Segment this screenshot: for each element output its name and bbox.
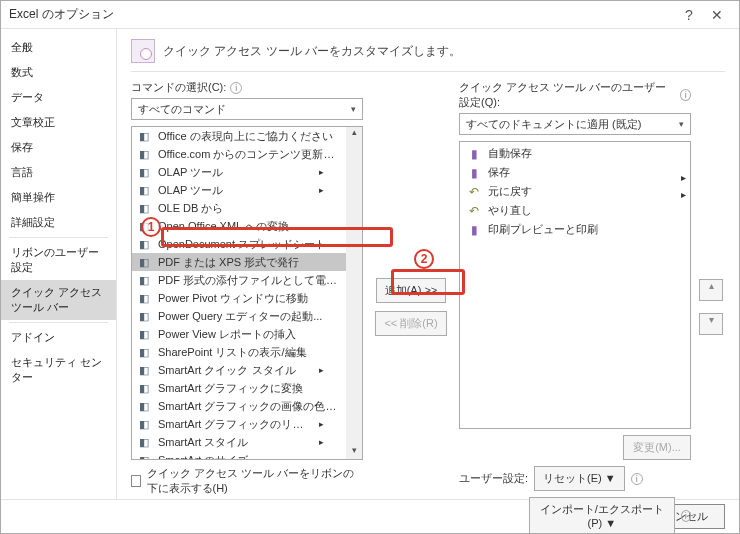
nav-item[interactable]: 詳細設定 (1, 210, 116, 235)
help-button[interactable]: ? (675, 7, 703, 23)
qat-icon (131, 39, 155, 63)
qat-item-label: 保存 (488, 165, 510, 180)
dialog-title: Excel のオプション (9, 6, 675, 23)
qat-item-icon: ↶ (466, 185, 482, 199)
command-item[interactable]: ◧SmartArt グラフィックの画像の色を変更 (132, 397, 346, 415)
command-item[interactable]: ◧PDF または XPS 形式で発行 (132, 253, 346, 271)
command-label: OLAP ツール (158, 165, 313, 180)
qat-item[interactable]: ↶元に戻す (460, 182, 690, 201)
command-label: OLE DB から (158, 201, 342, 216)
submenu-arrow-icon: ▸ (319, 167, 342, 177)
command-label: PDF または XPS 形式で発行 (158, 255, 342, 270)
command-icon: ◧ (136, 255, 152, 269)
command-item[interactable]: ◧OLAP ツール▸ (132, 181, 346, 199)
command-icon: ◧ (136, 327, 152, 341)
info-icon[interactable]: i (681, 510, 691, 522)
qat-list[interactable]: ▮自動保存▮保存↶元に戻す↶やり直し▮印刷プレビューと印刷 ▸ ▸ (459, 141, 691, 429)
info-icon[interactable]: i (680, 89, 691, 101)
command-label: SharePoint リストの表示/編集 (158, 345, 342, 360)
command-item[interactable]: ◧SmartArt グラフィックのリセット▸ (132, 415, 346, 433)
command-icon: ◧ (136, 237, 152, 251)
qat-item-icon: ▮ (466, 223, 482, 237)
submenu-arrow-icon: ▸ (319, 419, 342, 429)
command-item[interactable]: ◧OLE DB から (132, 199, 346, 217)
command-label: Power Pivot ウィンドウに移動 (158, 291, 342, 306)
user-settings-label: ユーザー設定: (459, 471, 528, 486)
command-label: SmartArt グラフィックに変換 (158, 381, 342, 396)
nav-item[interactable]: 文章校正 (1, 110, 116, 135)
info-icon[interactable]: i (631, 473, 643, 485)
command-label: SmartArt グラフィックの画像の色を変更 (158, 399, 342, 414)
command-item[interactable]: ◧Power Pivot ウィンドウに移動 (132, 289, 346, 307)
submenu-arrow-icon: ▸ (319, 437, 342, 447)
command-item[interactable]: ◧SmartArt グラフィックに変換 (132, 379, 346, 397)
commands-list[interactable]: ◧Office の表現向上にご協力ください◧Office.com からのコンテン… (131, 126, 363, 460)
move-down-button[interactable]: ▾ (699, 313, 723, 335)
command-label: SmartArt グラフィックのリセット (158, 417, 313, 432)
show-below-ribbon-label: クイック アクセス ツール バーをリボンの下に表示する(H) (147, 466, 364, 496)
nav-item[interactable]: 数式 (1, 60, 116, 85)
command-item[interactable]: ◧Open Office XML への変換 (132, 217, 346, 235)
command-item[interactable]: ◧Office の表現向上にご協力ください (132, 127, 346, 145)
show-below-ribbon-checkbox[interactable] (131, 475, 141, 487)
command-item[interactable]: ◧PDF 形式の添付ファイルとして電子メールで... (132, 271, 346, 289)
command-label: OpenDocument スプレッドシート (158, 237, 342, 252)
nav-item[interactable]: 全般 (1, 35, 116, 60)
qat-item-label: 印刷プレビューと印刷 (488, 222, 598, 237)
command-item[interactable]: ◧SmartArt のサイズ (132, 451, 346, 460)
command-item[interactable]: ◧OLAP ツール▸ (132, 163, 346, 181)
qat-item-icon: ▮ (466, 166, 482, 180)
move-up-button[interactable]: ▴ (699, 279, 723, 301)
qat-item-label: 元に戻す (488, 184, 532, 199)
command-icon: ◧ (136, 129, 152, 143)
qat-scope-dropdown[interactable]: すべてのドキュメントに適用 (既定)▾ (459, 113, 691, 135)
page-heading: クイック アクセス ツール バーをカスタマイズします。 (163, 43, 461, 60)
qat-user-label: クイック アクセス ツール バーのユーザー設定(Q):i (459, 80, 691, 110)
nav-item[interactable]: クイック アクセス ツール バー (1, 280, 116, 320)
command-item[interactable]: ◧OpenDocument スプレッドシート (132, 235, 346, 253)
command-icon: ◧ (136, 165, 152, 179)
qat-item[interactable]: ▮自動保存 (460, 144, 690, 163)
options-nav: 全般数式データ文章校正保存言語簡単操作詳細設定 リボンのユーザー設定クイック ア… (1, 29, 117, 499)
command-item[interactable]: ◧Power Query エディターの起動... (132, 307, 346, 325)
command-item[interactable]: ◧SharePoint リストの表示/編集 (132, 343, 346, 361)
reset-button[interactable]: リセット(E) ▼ (534, 466, 625, 491)
qat-item-label: やり直し (488, 203, 532, 218)
command-label: Power Query エディターの起動... (158, 309, 342, 324)
qat-item-label: 自動保存 (488, 146, 532, 161)
command-item[interactable]: ◧SmartArt クイック スタイル▸ (132, 361, 346, 379)
commands-from-dropdown[interactable]: すべてのコマンド▾ (131, 98, 363, 120)
nav-item[interactable]: 保存 (1, 135, 116, 160)
nav-item[interactable]: 簡単操作 (1, 185, 116, 210)
command-item[interactable]: ◧Office.com からのコンテンツ更新を有効にす... (132, 145, 346, 163)
command-item[interactable]: ◧SmartArt スタイル▸ (132, 433, 346, 451)
submenu-arrow-icon: ▸ (319, 185, 342, 195)
submenu-arrow-icon: ▸ (681, 189, 686, 200)
command-icon: ◧ (136, 201, 152, 215)
qat-item[interactable]: ↶やり直し (460, 201, 690, 220)
close-button[interactable]: ✕ (703, 7, 731, 23)
qat-item[interactable]: ▮保存 (460, 163, 690, 182)
command-item[interactable]: ◧Power View レポートの挿入 (132, 325, 346, 343)
command-icon: ◧ (136, 309, 152, 323)
submenu-arrow-icon: ▸ (681, 172, 686, 183)
nav-item[interactable]: アドイン (1, 325, 116, 350)
command-icon: ◧ (136, 273, 152, 287)
import-export-button[interactable]: インポート/エクスポート(P) ▼ (529, 497, 675, 534)
command-icon: ◧ (136, 399, 152, 413)
scrollbar[interactable]: ▴▾ (346, 127, 362, 459)
add-button[interactable]: 追加(A) >> (376, 278, 447, 303)
submenu-arrow-icon: ▸ (319, 365, 342, 375)
nav-item[interactable]: 言語 (1, 160, 116, 185)
qat-item[interactable]: ▮印刷プレビューと印刷 (460, 220, 690, 239)
nav-item[interactable]: セキュリティ センター (1, 350, 116, 390)
info-icon[interactable]: i (230, 82, 242, 94)
command-label: SmartArt スタイル (158, 435, 313, 450)
command-label: PDF 形式の添付ファイルとして電子メールで... (158, 273, 342, 288)
nav-item[interactable]: リボンのユーザー設定 (1, 240, 116, 280)
command-icon: ◧ (136, 345, 152, 359)
nav-item[interactable]: データ (1, 85, 116, 110)
command-icon: ◧ (136, 453, 152, 460)
qat-item-icon: ▮ (466, 147, 482, 161)
command-label: Power View レポートの挿入 (158, 327, 342, 342)
